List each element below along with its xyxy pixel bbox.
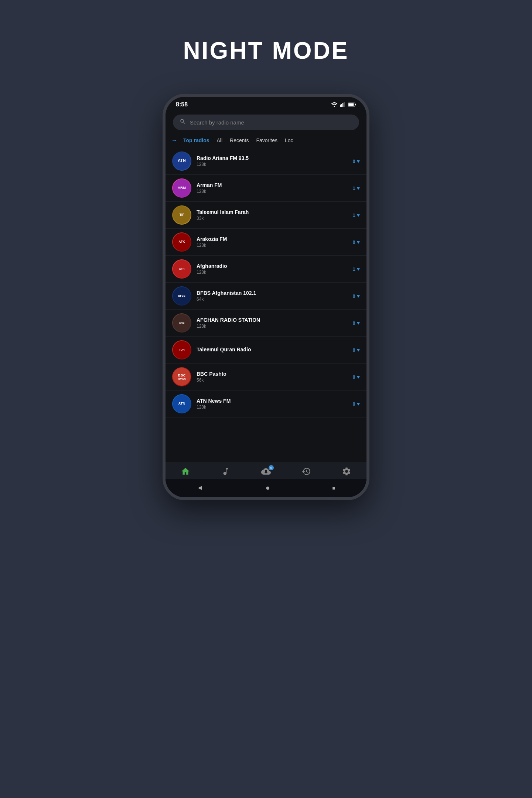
svg-text:AFK: AFK bbox=[178, 240, 185, 243]
svg-rect-1 bbox=[341, 104, 342, 107]
radio-bitrate: 128k bbox=[197, 189, 347, 194]
status-icons bbox=[331, 102, 356, 107]
radio-likes[interactable]: 1 ♥ bbox=[352, 212, 360, 218]
nav-history[interactable] bbox=[301, 467, 311, 476]
radio-bitrate: 64k bbox=[197, 297, 347, 302]
radio-item[interactable]: ARS AFGHAN RADIO STATION 128k 0 ♥ bbox=[166, 310, 366, 337]
radio-logo: TIF bbox=[172, 205, 191, 225]
radio-bitrate: 128k bbox=[197, 270, 347, 275]
svg-text:TIF: TIF bbox=[180, 213, 184, 216]
likes-count: 0 bbox=[352, 347, 355, 353]
radio-info: Arakozia FM 128k bbox=[197, 236, 347, 248]
tab-top-radios[interactable]: Top radios bbox=[180, 136, 213, 145]
wifi-icon bbox=[331, 102, 338, 107]
radio-name: AFGHAN RADIO STATION bbox=[197, 317, 347, 323]
radio-likes[interactable]: 1 ♥ bbox=[352, 185, 360, 191]
back-button[interactable]: ◄ bbox=[197, 484, 203, 492]
radio-name: Afghanradio bbox=[197, 263, 347, 269]
likes-count: 1 bbox=[352, 212, 355, 218]
tab-all[interactable]: All bbox=[213, 136, 226, 145]
radio-bitrate: 128k bbox=[197, 324, 347, 329]
recents-button[interactable]: ■ bbox=[332, 485, 335, 491]
radio-name: Taleemul Quran Radio bbox=[197, 347, 347, 352]
radio-info: Taleemul Quran Radio bbox=[197, 347, 347, 353]
battery-icon bbox=[348, 102, 356, 107]
nav-home[interactable] bbox=[181, 467, 190, 476]
radio-item[interactable]: TIF Taleemul Islam Farah 33k 1 ♥ bbox=[166, 202, 366, 229]
radio-list: ATN Radio Ariana FM 93.5 128k 0 ♥ ARM bbox=[166, 148, 366, 463]
radio-info: Arman FM 128k bbox=[197, 182, 347, 194]
radio-logo: ATN bbox=[172, 394, 191, 413]
svg-text:BFBS: BFBS bbox=[178, 294, 185, 297]
likes-count: 0 bbox=[352, 320, 355, 326]
svg-text:NEWS: NEWS bbox=[178, 378, 186, 381]
radio-item[interactable]: BBC NEWS BBC Pashto 56k 0 ♥ bbox=[166, 364, 366, 391]
radio-likes[interactable]: 0 ♥ bbox=[352, 239, 360, 245]
nav-music[interactable] bbox=[221, 467, 231, 476]
heart-icon: ♥ bbox=[357, 158, 360, 164]
heart-icon: ♥ bbox=[357, 293, 360, 299]
radio-name: Radio Ariana FM 93.5 bbox=[197, 155, 347, 161]
radio-info: BBC Pashto 56k bbox=[197, 371, 347, 383]
radio-likes[interactable]: 0 ♥ bbox=[352, 320, 360, 326]
tab-recents[interactable]: Recents bbox=[226, 136, 252, 145]
heart-icon: ♥ bbox=[357, 239, 360, 245]
svg-text:BBC: BBC bbox=[178, 373, 186, 377]
radio-item[interactable]: AFK Arakozia FM 128k 0 ♥ bbox=[166, 229, 366, 256]
tab-local[interactable]: Loc bbox=[281, 136, 297, 145]
radio-item[interactable]: BFBS BFBS Afghanistan 102.1 64k 0 ♥ bbox=[166, 283, 366, 310]
radio-name: ATN News FM bbox=[197, 398, 347, 404]
radio-bitrate: 128k bbox=[197, 405, 347, 410]
radio-likes[interactable]: 0 ♥ bbox=[352, 401, 360, 407]
radio-info: ATN News FM 128k bbox=[197, 398, 347, 410]
radio-logo: ATN bbox=[172, 151, 191, 171]
radio-item[interactable]: ATN ATN News FM 128k 0 ♥ bbox=[166, 391, 366, 417]
radio-item[interactable]: ATN Radio Ariana FM 93.5 128k 0 ♥ bbox=[166, 148, 366, 175]
search-placeholder: Search by radio name bbox=[190, 119, 244, 126]
svg-text:ATN: ATN bbox=[178, 158, 186, 163]
radio-bitrate: 128k bbox=[197, 243, 347, 248]
radio-info: Afghanradio 128k bbox=[197, 263, 347, 275]
search-bar[interactable]: Search by radio name bbox=[173, 115, 359, 130]
likes-count: 0 bbox=[352, 158, 355, 164]
radio-name: Arakozia FM bbox=[197, 236, 347, 242]
bottom-nav: 0 bbox=[166, 463, 366, 479]
home-button[interactable]: ● bbox=[266, 484, 270, 492]
phone-shell: 8:58 bbox=[163, 94, 369, 500]
radio-name: BFBS Afghanistan 102.1 bbox=[197, 290, 347, 296]
radio-info: BFBS Afghanistan 102.1 64k bbox=[197, 290, 347, 302]
nav-settings[interactable] bbox=[342, 467, 351, 476]
radio-bitrate: 56k bbox=[197, 378, 347, 383]
radio-logo: TQR bbox=[172, 340, 191, 359]
nav-download[interactable]: 0 bbox=[261, 467, 271, 476]
heart-icon: ♥ bbox=[357, 374, 360, 380]
radio-likes[interactable]: 0 ♥ bbox=[352, 347, 360, 353]
svg-text:ARS: ARS bbox=[179, 321, 184, 324]
radio-likes[interactable]: 0 ♥ bbox=[352, 158, 360, 164]
page-title: NIGHT MODE bbox=[183, 37, 349, 64]
download-badge: 0 bbox=[269, 465, 274, 470]
heart-icon: ♥ bbox=[357, 212, 360, 218]
tab-arrow-icon: → bbox=[171, 137, 177, 144]
svg-rect-2 bbox=[342, 103, 344, 107]
radio-item[interactable]: ARM Arman FM 128k 1 ♥ bbox=[166, 175, 366, 202]
svg-rect-5 bbox=[355, 104, 356, 106]
search-bar-wrap: Search by radio name bbox=[166, 111, 366, 134]
likes-count: 1 bbox=[352, 185, 355, 191]
radio-likes[interactable]: 0 ♥ bbox=[352, 374, 360, 380]
svg-rect-6 bbox=[348, 103, 354, 106]
radio-likes[interactable]: 1 ♥ bbox=[352, 266, 360, 272]
likes-count: 0 bbox=[352, 239, 355, 245]
radio-likes[interactable]: 0 ♥ bbox=[352, 293, 360, 299]
likes-count: 1 bbox=[352, 266, 355, 272]
tab-favorites[interactable]: Favorites bbox=[252, 136, 281, 145]
radio-item[interactable]: AFR Afghanradio 128k 1 ♥ bbox=[166, 256, 366, 283]
radio-name: BBC Pashto bbox=[197, 371, 347, 377]
svg-rect-3 bbox=[344, 102, 345, 107]
radio-name: Taleemul Islam Farah bbox=[197, 209, 347, 215]
radio-info: Taleemul Islam Farah 33k bbox=[197, 209, 347, 221]
status-time: 8:58 bbox=[176, 101, 188, 108]
svg-text:TQR: TQR bbox=[179, 348, 185, 351]
radio-item[interactable]: TQR Taleemul Quran Radio 0 ♥ bbox=[166, 337, 366, 364]
radio-logo: ARS bbox=[172, 313, 191, 332]
